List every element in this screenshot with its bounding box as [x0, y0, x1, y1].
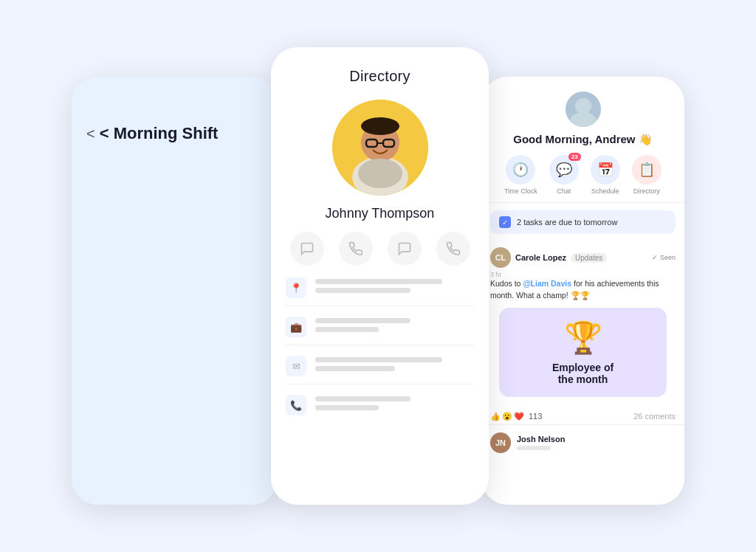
schedule-icon: 📅	[591, 155, 620, 184]
chat-action-icon[interactable]	[290, 232, 324, 266]
directory-header: Directory	[271, 47, 489, 92]
phone-dashboard: Good Morning, Andrew 👋 🕐 Time Clock 💬 23…	[481, 77, 684, 505]
info-line	[315, 279, 442, 284]
directory-info-list: 📍 💼 ✉ 📞	[271, 277, 489, 423]
emp-title: Employee ofthe month	[552, 362, 614, 385]
reaction-count: 113	[529, 412, 542, 421]
info-lines	[315, 396, 474, 414]
info-line	[315, 318, 410, 323]
action-icons-row	[271, 232, 489, 277]
info-lines	[315, 357, 474, 375]
post-time: 3 hr	[490, 271, 676, 278]
directory-title: Directory	[349, 68, 410, 84]
back-chevron-icon: <	[86, 125, 95, 142]
like-emoji: 👍	[490, 412, 501, 421]
dashboard-header: Good Morning, Andrew 👋 🕐 Time Clock 💬 23…	[481, 77, 684, 203]
back-button[interactable]: < < Morning Shift	[86, 124, 264, 143]
info-lines	[315, 318, 474, 336]
svg-point-11	[361, 117, 399, 135]
info-item: 📍	[286, 277, 474, 306]
seen-label: Seen	[660, 254, 676, 261]
wow-emoji: 😮	[502, 412, 512, 421]
comment-row: JN Josh Nelson	[481, 429, 684, 456]
reaction-emojis[interactable]: 👍 😮 ❤️	[490, 412, 524, 421]
info-line	[315, 327, 379, 332]
info-item: 📞	[286, 395, 474, 423]
chat-label: Chat	[557, 187, 571, 195]
svg-point-15	[358, 159, 402, 188]
location-icon: 📍	[286, 277, 306, 298]
task-text: 2 tasks are due to tomorrow	[517, 218, 617, 227]
info-line	[315, 357, 442, 362]
message-action-icon[interactable]	[388, 232, 422, 266]
schedule-label: Schedule	[591, 187, 619, 195]
nav-icons-row: 🕐 Time Clock 💬 23 Chat 📅 Schedule 📋 Dire…	[504, 155, 662, 195]
timeclock-icon: 🕐	[506, 155, 535, 184]
mention-tag: @Liam Davis	[523, 279, 571, 288]
nav-timeclock[interactable]: 🕐 Time Clock	[504, 155, 537, 195]
post-tag: Updates	[571, 253, 607, 263]
info-line	[315, 396, 410, 401]
post-header: CL Carole Lopez Updates ✓Seen	[490, 247, 676, 268]
info-item: 💼	[286, 317, 474, 345]
voip-action-icon[interactable]	[436, 232, 470, 266]
phone-morning-shift: < < Morning Shift Liam Davis	[72, 77, 278, 505]
profile-photo-area	[271, 92, 489, 206]
task-check-icon: ✓	[499, 216, 511, 228]
svg-point-16	[575, 98, 591, 114]
info-line	[315, 288, 410, 293]
timeclock-label: Time Clock	[504, 187, 537, 195]
info-lines	[315, 279, 474, 297]
post-seen-status: ✓Seen	[652, 254, 676, 261]
phone-icon: 📞	[286, 395, 306, 415]
comment-content: Josh Nelson	[517, 435, 565, 450]
comment-avatar: JN	[490, 432, 511, 453]
employee-of-month-card: 🏆 Employee ofthe month	[499, 308, 667, 397]
heart-emoji: ❤️	[514, 412, 524, 421]
info-line	[315, 405, 379, 410]
commenter-name: Josh Nelson	[517, 435, 565, 444]
post-text: Kudos to @Liam Davis for his achievement…	[490, 278, 676, 302]
comment-text-line	[517, 446, 551, 450]
job-icon: 💼	[286, 317, 306, 337]
nav-directory[interactable]: 📋 Directory	[632, 155, 662, 195]
chat-header: < < Morning Shift	[72, 106, 278, 505]
phones-container: < < Morning Shift Liam Davis	[0, 0, 756, 552]
trophy-icon: 🏆	[564, 320, 602, 356]
comment-count: 26 coments	[633, 412, 676, 421]
info-item: ✉	[286, 356, 474, 384]
call-action-icon[interactable]	[339, 232, 373, 266]
directory-label: Directory	[633, 187, 660, 195]
post-author-name: Carole Lopez	[515, 253, 566, 262]
profile-photo	[332, 100, 428, 196]
chat-badge: 23	[568, 153, 581, 161]
info-line	[315, 366, 395, 371]
phone-directory: Directory	[271, 47, 489, 505]
directory-icon: 📋	[632, 155, 662, 184]
nav-schedule[interactable]: 📅 Schedule	[591, 155, 620, 195]
user-avatar	[566, 92, 601, 127]
greeting-text: Good Morning, Andrew 👋	[513, 133, 652, 146]
nav-chat[interactable]: 💬 23 Chat	[549, 155, 579, 195]
reactions-row: 👍 😮 ❤️ 113 26 coments	[481, 409, 684, 425]
email-icon: ✉	[286, 356, 306, 376]
task-reminder: ✓ 2 tasks are due to tomorrow	[490, 210, 676, 234]
svg-point-17	[570, 112, 597, 127]
chat-title: < Morning Shift	[100, 124, 219, 143]
person-name: Johnny Thompson	[271, 206, 489, 232]
feed-post: CL Carole Lopez Updates ✓Seen 3 hr Kudos…	[481, 241, 684, 409]
post-author-avatar: CL	[490, 247, 511, 268]
